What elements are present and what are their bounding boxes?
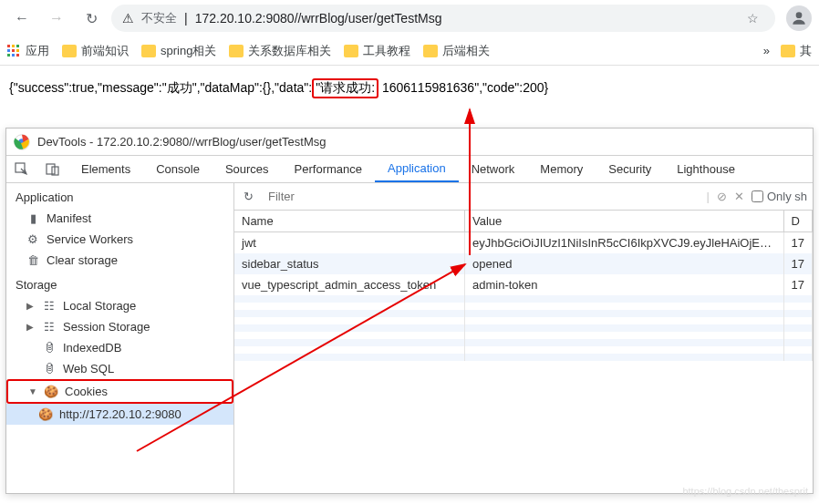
table-row[interactable] — [234, 295, 813, 303]
bookmark-item[interactable]: 工具教程 — [344, 43, 410, 59]
bookmarks-overflow[interactable]: » — [763, 44, 770, 57]
table-row[interactable] — [234, 317, 813, 324]
svg-rect-13 — [47, 164, 55, 174]
storage-icon: ☷ — [43, 321, 56, 334]
sidebar-item-cookie-origin[interactable]: 🍪http://172.20.10.2:9080 — [6, 404, 233, 425]
sidebar-item-manifest[interactable]: ▮Manifest — [6, 208, 233, 229]
svg-rect-8 — [12, 54, 15, 57]
col-header-d[interactable]: D — [783, 211, 812, 232]
svg-rect-3 — [16, 45, 19, 47]
sidebar-item-cookies[interactable]: ▼🍪Cookies — [6, 379, 233, 404]
devtools-titlebar: DevTools - 172.20.10.2:9080//wrrBlog/use… — [6, 129, 813, 156]
sidebar-item-service-workers[interactable]: ⚙Service Workers — [6, 229, 233, 250]
cookies-table: Name Value D jwt eyJhbGciOiJIUzI1NiIsInR… — [234, 211, 813, 493]
folder-icon — [344, 45, 358, 57]
table-row[interactable] — [234, 324, 813, 332]
bookmark-item[interactable]: spring相关 — [141, 43, 216, 59]
profile-avatar[interactable] — [786, 5, 812, 31]
svg-rect-5 — [12, 49, 15, 52]
apps-button[interactable]: 应用 — [7, 43, 49, 59]
url-text: 172.20.10.2:9080//wrrBlog/user/getTestMs… — [195, 11, 442, 26]
table-row[interactable] — [234, 354, 813, 361]
bookmark-star-icon[interactable]: ☆ — [741, 11, 764, 26]
sidebar-section-storage: Storage — [6, 271, 233, 295]
tab-elements[interactable]: Elements — [68, 156, 143, 182]
database-icon: 🛢 — [43, 342, 56, 355]
separator: | — [184, 11, 188, 26]
cookie-icon: 🍪 — [45, 386, 57, 398]
watermark: https://blog.csdn.net/thesprit — [682, 486, 808, 497]
folder-icon — [62, 45, 77, 57]
address-bar[interactable]: ⚠ 不安全 | 172.20.10.2:9080//wrrBlog/user/g… — [111, 5, 775, 32]
cookie-icon: 🍪 — [39, 408, 52, 421]
svg-rect-7 — [7, 54, 10, 57]
device-toggle-icon[interactable] — [37, 156, 68, 182]
svg-rect-1 — [7, 45, 10, 47]
svg-point-0 — [796, 12, 803, 18]
sidebar-item-clear-storage[interactable]: 🗑Clear storage — [6, 250, 233, 271]
sidebar-item-indexeddb[interactable]: 🛢IndexedDB — [6, 337, 233, 358]
tab-lighthouse[interactable]: Lighthouse — [664, 156, 748, 182]
table-row[interactable] — [234, 339, 813, 346]
tab-console[interactable]: Console — [143, 156, 213, 182]
table-row[interactable] — [234, 346, 813, 354]
sidebar-section-application: Application — [6, 183, 233, 208]
table-row[interactable]: vue_typescript_admin_access_token admin-… — [234, 274, 813, 295]
table-row[interactable] — [234, 310, 813, 317]
devtools-window: DevTools - 172.20.10.2:9080//wrrBlog/use… — [5, 128, 814, 494]
filter-toolbar: ↻ | ⊘ ✕ Only sh — [234, 183, 813, 211]
folder-icon — [141, 45, 156, 57]
table-row[interactable] — [234, 332, 813, 339]
sidebar-item-session-storage[interactable]: ▶☷Session Storage — [6, 316, 233, 337]
filter-input[interactable] — [264, 188, 700, 205]
refresh-icon[interactable]: ↻ — [240, 190, 257, 203]
svg-rect-4 — [7, 49, 10, 52]
col-header-value[interactable]: Value — [465, 211, 784, 232]
chevron-right-icon: ▶ — [26, 301, 36, 311]
svg-rect-6 — [16, 49, 19, 52]
file-icon: ▮ — [26, 212, 39, 225]
browser-toolbar: ← → ↻ ⚠ 不安全 | 172.20.10.2:9080//wrrBlog/… — [0, 0, 819, 36]
tab-sources[interactable]: Sources — [213, 156, 282, 182]
gear-icon: ⚙ — [26, 233, 39, 246]
only-checkbox[interactable]: Only sh — [752, 190, 807, 203]
storage-icon: ☷ — [43, 300, 56, 313]
json-prefix: {"success":true,"message":"成功","dataMap"… — [9, 80, 312, 95]
back-button[interactable]: ← — [7, 4, 36, 33]
reload-button[interactable]: ↻ — [77, 4, 106, 33]
col-header-name[interactable]: Name — [234, 211, 465, 232]
table-row[interactable] — [234, 303, 813, 310]
bookmark-item[interactable]: 前端知识 — [62, 43, 129, 59]
bookmark-item[interactable]: 关系数据库相关 — [229, 43, 331, 59]
tab-network[interactable]: Network — [459, 156, 528, 182]
chevron-down-icon: ▼ — [28, 386, 37, 396]
tab-performance[interactable]: Performance — [282, 156, 375, 182]
apps-label: 应用 — [26, 43, 49, 59]
forward-button[interactable]: → — [42, 4, 71, 33]
json-highlight: "请求成功: — [312, 78, 378, 98]
table-row[interactable]: jwt eyJhbGciOiJIUzI1NiIsInR5cCI6IkpXVCJ9… — [234, 232, 813, 254]
chevron-right-icon: ▶ — [26, 322, 36, 332]
sidebar-item-local-storage[interactable]: ▶☷Local Storage — [6, 295, 233, 316]
devtools-main: ↻ | ⊘ ✕ Only sh Name Value D — [234, 183, 813, 493]
page-body: {"success":true,"message":"成功","dataMap"… — [0, 66, 819, 111]
insecure-icon: ⚠ — [122, 11, 134, 26]
bookmark-item[interactable]: 后端相关 — [423, 43, 490, 59]
folder-icon — [423, 45, 438, 57]
devtools-sidebar: Application ▮Manifest ⚙Service Workers 🗑… — [6, 183, 234, 493]
apps-grid-icon — [7, 45, 20, 57]
table-row[interactable]: sidebar_status opened 17 — [234, 253, 813, 274]
clear-icon[interactable]: ✕ — [734, 190, 744, 203]
insecure-label: 不安全 — [141, 10, 177, 26]
json-suffix: 1606115981636","code":200} — [378, 80, 548, 95]
bookmark-item[interactable]: 其 — [781, 43, 812, 59]
tab-memory[interactable]: Memory — [527, 156, 596, 182]
tab-application[interactable]: Application — [375, 156, 459, 182]
tab-security[interactable]: Security — [596, 156, 664, 182]
sidebar-item-websql[interactable]: 🛢Web SQL — [6, 358, 233, 379]
inspect-icon[interactable] — [6, 156, 37, 182]
clear-all-icon[interactable]: ⊘ — [717, 190, 727, 203]
devtools-title: DevTools - 172.20.10.2:9080//wrrBlog/use… — [37, 135, 327, 149]
database-icon: 🛢 — [43, 363, 56, 375]
folder-icon — [229, 45, 244, 57]
